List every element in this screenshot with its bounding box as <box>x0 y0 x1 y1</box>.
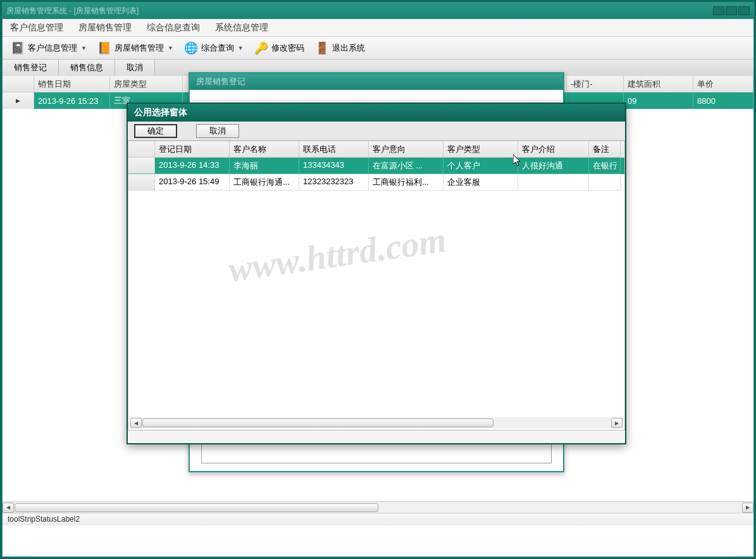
selector-grid-header: 登记日期 客户名称 联系电话 客户意向 客户类型 客户介绍 备注 <box>128 141 624 158</box>
confirm-button[interactable]: 确定 <box>134 124 177 138</box>
globe-icon: 🌐 <box>183 41 199 56</box>
scroll-right-button[interactable]: ▶ <box>742 503 753 513</box>
book-icon: 📙 <box>97 41 112 56</box>
cell-area: 09 <box>624 92 693 109</box>
cell-sale-date: 2013-9-26 15:23 <box>34 92 110 109</box>
notebook-icon: 📓 <box>10 41 25 56</box>
menu-sales[interactable]: 房屋销售管理 <box>78 22 132 34</box>
col-phone[interactable]: 联系电话 <box>299 141 369 158</box>
selector-row[interactable]: 2013-9-26 15:49 工商银行海通... 12323232323 工商… <box>128 174 624 191</box>
toolbar-sales[interactable]: 📙 房屋销售管理 ▼ <box>93 39 177 57</box>
selector-dialog: 公用选择窗体 确定 取消 登记日期 客户名称 联系电话 客户意向 客户类型 客户… <box>127 103 626 444</box>
minimize-button[interactable] <box>713 6 724 15</box>
col-house-type[interactable]: 房屋类型 <box>110 76 183 92</box>
title-bar: 房屋销售管理系统 - [房屋销售管理列表] <box>3 3 753 19</box>
tab-cancel[interactable]: 取消 <box>115 60 155 76</box>
scroll-track[interactable] <box>142 418 610 428</box>
status-bar: toolStripStatusLabel2 <box>3 513 753 525</box>
chevron-down-icon: ▼ <box>238 45 244 51</box>
scroll-right-button[interactable]: ▶ <box>611 418 623 428</box>
col-cust-name[interactable]: 客户名称 <box>230 141 299 158</box>
col-note[interactable]: 备注 <box>589 141 621 158</box>
window-controls <box>713 6 750 15</box>
chevron-down-icon: ▼ <box>81 45 87 51</box>
menu-query[interactable]: 综合信息查询 <box>147 22 200 34</box>
menu-bar: 客户信息管理 房屋销售管理 综合信息查询 系统信息管理 <box>3 19 753 37</box>
tab-info[interactable]: 销售信息 <box>59 60 115 76</box>
col-intro[interactable]: 客户介绍 <box>518 141 589 158</box>
key-icon: 🔑 <box>254 41 269 56</box>
door-icon: 🚪 <box>314 41 330 56</box>
toolbar-query[interactable]: 🌐 综合查询 ▼ <box>180 39 247 57</box>
scroll-thumb[interactable] <box>142 418 493 427</box>
maximize-button[interactable] <box>726 6 737 15</box>
row-indicator-header <box>3 76 34 92</box>
scroll-thumb[interactable] <box>15 503 378 512</box>
bg-dialog-title: 房屋销售登记 <box>190 73 563 90</box>
scroll-left-button[interactable]: ◀ <box>3 503 14 513</box>
col-price[interactable]: 单价 <box>693 76 753 92</box>
sel-row-indicator <box>128 174 155 191</box>
chevron-down-icon: ▼ <box>168 45 173 51</box>
cancel-button[interactable]: 取消 <box>196 124 239 138</box>
tab-register[interactable]: 销售登记 <box>3 60 59 76</box>
status-label: toolStripStatusLabel2 <box>8 515 80 524</box>
col-sale-date[interactable]: 销售日期 <box>34 76 110 92</box>
cell-price: 8800 <box>693 92 753 109</box>
col-floor[interactable]: -楼门- <box>567 76 624 92</box>
scroll-track[interactable] <box>15 503 741 513</box>
toolbar-password[interactable]: 🔑 修改密码 <box>250 39 308 57</box>
selector-h-scrollbar[interactable]: ◀ ▶ <box>130 417 623 429</box>
tool-bar: 📓 客户信息管理 ▼ 📙 房屋销售管理 ▼ 🌐 综合查询 ▼ 🔑 修改密码 🚪 … <box>3 37 753 60</box>
row-indicator <box>3 92 34 109</box>
selector-title: 公用选择窗体 <box>128 104 625 122</box>
col-cust-type[interactable]: 客户类型 <box>443 141 518 158</box>
scroll-left-button[interactable]: ◀ <box>130 418 142 428</box>
toolbar-customer[interactable]: 📓 客户信息管理 ▼ <box>6 39 90 57</box>
close-button[interactable] <box>738 6 750 15</box>
menu-system[interactable]: 系统信息管理 <box>215 22 268 34</box>
sel-row-indicator-header <box>128 141 155 158</box>
selector-grid: 登记日期 客户名称 联系电话 客户意向 客户类型 客户介绍 备注 2013-9-… <box>128 141 625 430</box>
col-intent[interactable]: 客户意向 <box>369 141 443 158</box>
window-title: 房屋销售管理系统 - [房屋销售管理列表] <box>6 6 139 16</box>
selector-button-row: 确定 取消 <box>128 122 625 141</box>
sel-row-indicator <box>128 158 155 174</box>
selector-row-selected[interactable]: 2013-9-26 14:33 李海丽 133434343 在富源小区 ... … <box>128 158 624 174</box>
main-h-scrollbar[interactable]: ◀ ▶ <box>3 501 753 513</box>
toolbar-exit[interactable]: 🚪 退出系统 <box>311 39 369 57</box>
menu-customer[interactable]: 客户信息管理 <box>10 22 63 34</box>
col-area[interactable]: 建筑面积 <box>624 76 693 92</box>
col-reg-date[interactable]: 登记日期 <box>155 141 230 158</box>
